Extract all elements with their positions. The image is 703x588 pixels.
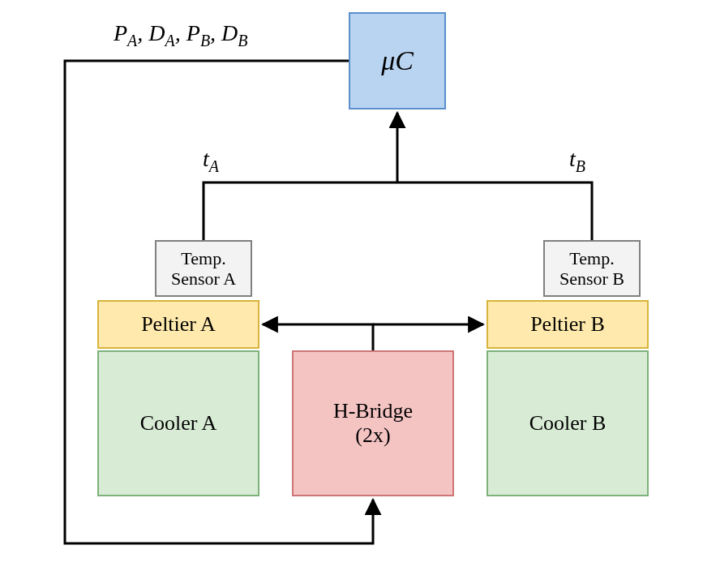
tA-sub: A [209,157,219,175]
pd-3-var: D [221,20,238,45]
signal-pd: PA, DA, PB, DB [114,20,248,50]
peltier-a: Peltier A [97,300,259,349]
hbridge-block: H-Bridge (2x) [292,350,454,496]
tB-var: t [569,146,576,171]
cooler-a: Cooler A [97,350,259,496]
peltier-b: Peltier B [487,300,649,349]
cooler-b: Cooler B [487,350,649,496]
cooler-b-label: Cooler B [529,411,607,436]
arrow-sensorA-to-uc [204,182,397,240]
sensor-a-line2: Sensor A [171,268,236,289]
pd-3-sub: B [238,32,247,49]
pd-2-sub: B [200,32,210,49]
peltier-b-label: Peltier B [530,312,605,337]
cooler-a-label: Cooler A [140,411,217,436]
sensor-b-line1: Temp. [569,248,614,268]
pd-2-var: P [186,20,200,45]
pd-0-sub: A [127,32,137,49]
pd-1-sub: A [165,32,175,49]
pd-1-var: D [148,20,165,45]
temp-sensor-b: Temp. Sensor B [543,240,641,297]
pd-0-var: P [114,20,127,45]
tA-var: t [203,146,209,171]
hbridge-line2: (2x) [355,423,390,448]
sensor-b-line2: Sensor B [559,268,624,289]
uc-block: μC [349,12,446,109]
signal-tB: tB [569,146,585,176]
peltier-a-label: Peltier A [141,312,216,337]
signal-tA: tA [203,146,219,176]
tB-sub: B [576,157,585,175]
arrow-hbridge-to-peltierA [263,324,373,350]
uc-label: μC [381,45,414,76]
sensor-a-line1: Temp. [181,248,225,268]
hbridge-line1: H-Bridge [333,399,413,423]
arrow-sensorB-join [397,182,592,240]
temp-sensor-a: Temp. Sensor A [155,240,252,297]
